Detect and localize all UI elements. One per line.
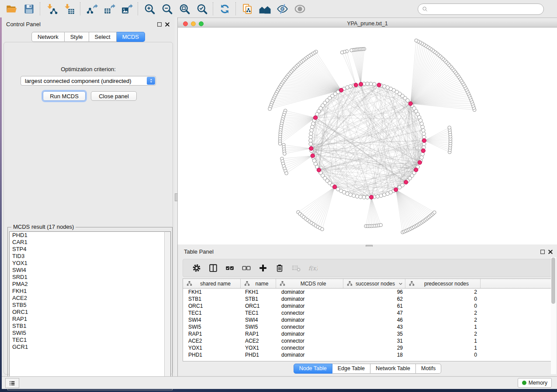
memory-button[interactable]: Memory [518, 378, 552, 388]
network-home-icon[interactable] [256, 1, 273, 16]
hide-details-icon[interactable] [273, 1, 291, 16]
float-table-panel-icon[interactable] [540, 249, 546, 255]
import-network-icon[interactable] [43, 1, 60, 16]
mcds-result-item[interactable]: RAP1 [10, 316, 165, 323]
criterion-select[interactable]: largest connected component (undirected) [21, 76, 156, 86]
close-mcds-panel-button[interactable]: Close panel [91, 91, 137, 101]
table-row[interactable]: ORC1ORC1dominator610 [183, 303, 551, 309]
table-cell: 47 [343, 309, 405, 316]
combo-stepper-icon[interactable] [147, 77, 155, 85]
table-cell: 29 [343, 344, 405, 351]
columns-icon[interactable] [205, 261, 221, 275]
mcds-result-item[interactable]: PMA2 [10, 281, 165, 288]
mcds-result-item[interactable]: FKH1 [10, 288, 165, 295]
status-bar: Memory [2, 376, 557, 389]
table-row[interactable]: ACE2ACE2connector311 [183, 337, 551, 344]
table-row[interactable]: RAP1RAP1dominator352 [183, 330, 551, 337]
tab-edge-table[interactable]: Edge Table [332, 364, 370, 374]
table-row[interactable]: FKH1FKH1dominator962 [183, 289, 551, 296]
clone-network-icon[interactable] [239, 1, 256, 16]
search-box[interactable] [418, 3, 544, 15]
trash-icon[interactable] [271, 261, 288, 275]
column-type-icon [187, 281, 192, 286]
gear-icon[interactable] [188, 261, 205, 275]
mcds-result-item[interactable]: SWI4 [10, 267, 165, 274]
column-header-predecessor-nodes[interactable]: predecessor nodes [405, 279, 481, 288]
task-history-button[interactable] [5, 378, 19, 388]
mcds-result-item[interactable]: STP4 [10, 246, 165, 253]
zoom-in-icon[interactable] [141, 1, 158, 16]
mcds-result-scrollbar[interactable] [164, 231, 171, 389]
table-row[interactable]: TEC1TEC1connector472 [183, 309, 551, 316]
table-row[interactable]: STB1STB1dominator620 [183, 296, 551, 303]
search-input[interactable] [429, 6, 540, 13]
mcds-result-item[interactable]: CAR1 [10, 239, 165, 246]
zoom-fit-icon[interactable] [176, 1, 193, 16]
mcds-result-item[interactable]: GCR1 [10, 344, 165, 351]
mcds-result-item[interactable]: ACE2 [10, 295, 165, 302]
save-session-icon[interactable] [20, 1, 38, 16]
add-icon[interactable] [255, 261, 271, 275]
table-scrollbar[interactable] [551, 257, 556, 374]
birdseye-icon[interactable] [291, 1, 308, 16]
mcds-result-item[interactable]: ORC1 [10, 309, 165, 316]
mcds-result-item[interactable]: TID3 [10, 253, 165, 260]
mcds-result-item[interactable]: YOX1 [10, 260, 165, 267]
close-panel-icon[interactable] [164, 21, 170, 28]
tab-mcds[interactable]: MCDS [117, 32, 145, 42]
table-cell: FKH1 [183, 289, 241, 296]
table-cell: YOX1 [241, 344, 276, 351]
export-network-icon[interactable] [83, 1, 100, 16]
table-header-row: shared namenameMCDS rolesuccessor nodesp… [183, 279, 551, 289]
zoom-out-icon[interactable] [158, 1, 176, 16]
mcds-result-item[interactable]: STB5 [10, 302, 165, 309]
deselect-all-icon[interactable] [238, 261, 255, 275]
control-panel-title: Control Panel [6, 21, 41, 28]
column-header-shared-name[interactable]: shared name [183, 279, 241, 288]
column-type-icon [280, 281, 285, 286]
table-scrollbar-thumb[interactable] [551, 258, 555, 304]
fx-icon: f(x) [304, 261, 321, 275]
table-row[interactable]: SWI5SWI5connector431 [183, 323, 551, 330]
table-cell: dominator [276, 351, 343, 358]
table-row[interactable]: YOX1YOX1connector291 [183, 344, 551, 351]
export-table-icon[interactable] [100, 1, 118, 16]
mcds-result-item[interactable]: TEC1 [10, 337, 165, 344]
column-header-mcds-role[interactable]: MCDS role [276, 279, 343, 288]
close-table-panel-icon[interactable] [547, 249, 554, 255]
main-toolbar-groups [0, 0, 308, 17]
column-header-name[interactable]: name [241, 279, 276, 288]
tab-network-table[interactable]: Network Table [370, 364, 416, 374]
mcds-result-item[interactable]: PHD1 [10, 232, 165, 239]
column-header-filler [481, 279, 551, 288]
toolbar-separator [138, 2, 138, 15]
mcds-result-item[interactable]: STB1 [10, 323, 165, 330]
open-file-icon[interactable] [3, 1, 20, 16]
mcds-result-item[interactable]: SRD1 [10, 274, 165, 281]
tab-motifs[interactable]: Motifs [416, 364, 441, 374]
table-row[interactable]: PHD1PHD1dominator180 [183, 351, 551, 358]
tab-style[interactable]: Style [65, 32, 89, 42]
tab-network[interactable]: Network [31, 32, 65, 42]
refresh-icon[interactable] [216, 1, 233, 16]
export-image-icon[interactable] [118, 1, 135, 16]
zoom-selected-icon[interactable] [193, 1, 211, 16]
tab-select[interactable]: Select [89, 32, 117, 42]
float-panel-icon[interactable] [156, 21, 163, 28]
run-mcds-button[interactable]: Run MCDS [43, 91, 86, 101]
table-cell: ACE2 [241, 337, 276, 344]
network-canvas[interactable] [178, 28, 557, 244]
memory-label: Memory [529, 380, 547, 386]
column-header-successor-nodes[interactable]: successor nodes [343, 279, 405, 288]
table-cell: 31 [343, 337, 405, 344]
graph-edges [270, 41, 475, 232]
mcds-result-item[interactable]: SWI5 [10, 330, 165, 337]
select-all-icon[interactable] [221, 261, 238, 275]
mcds-result-list: PHD1CAR1STP4TID3YOX1SWI4SRD1PMA2FKH1ACE2… [9, 231, 165, 389]
table-cell: 1 [405, 323, 481, 330]
table-row[interactable]: SWI4SWI4dominator462 [183, 316, 551, 323]
import-table-icon[interactable] [60, 1, 78, 16]
column-label: name [250, 281, 274, 287]
column-label: MCDS role [285, 281, 341, 287]
tab-node-table[interactable]: Node Table [294, 364, 332, 374]
